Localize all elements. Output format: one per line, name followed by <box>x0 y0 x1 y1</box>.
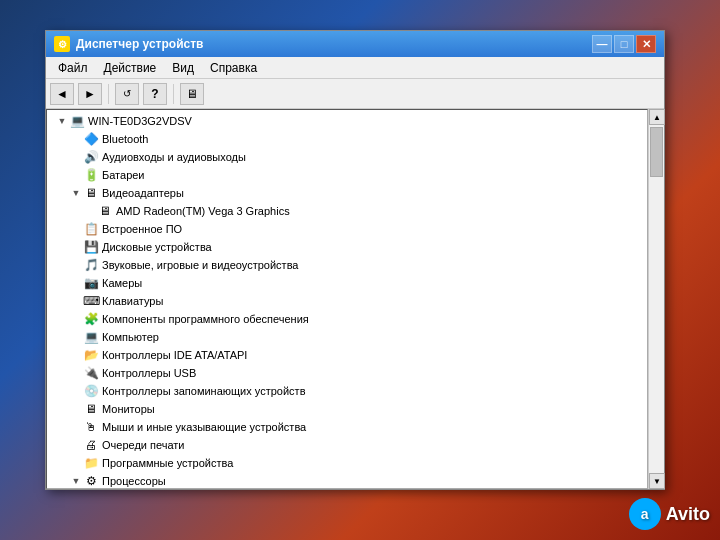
list-item[interactable]: ▼ ⚙ Процессоры <box>47 472 647 489</box>
root-expander[interactable]: ▼ <box>55 114 69 128</box>
scrollbar-track[interactable] <box>649 125 664 473</box>
toolbar: ◄ ► ↺ ? 🖥 <box>46 79 664 109</box>
list-item[interactable]: ▼ 🖥 Видеоадаптеры <box>47 184 647 202</box>
refresh-button[interactable]: ↺ <box>115 83 139 105</box>
list-item[interactable]: 📷 Камеры <box>47 274 647 292</box>
tree-root[interactable]: ▼ 💻 WIN-TE0D3G2VDSV <box>47 112 647 130</box>
list-item[interactable]: 🔊 Аудиовходы и аудиовыходы <box>47 148 647 166</box>
menu-view[interactable]: Вид <box>164 59 202 77</box>
list-item[interactable]: 🎵 Звуковые, игровые и видеоустройства <box>47 256 647 274</box>
scrollbar[interactable]: ▲ ▼ <box>648 109 664 489</box>
back-button[interactable]: ◄ <box>50 83 74 105</box>
root-label: WIN-TE0D3G2VDSV <box>88 115 192 127</box>
list-item[interactable]: 🖥 Мониторы <box>47 400 647 418</box>
list-item[interactable]: 📂 Контроллеры IDE ATA/ATAPI <box>47 346 647 364</box>
device-manager-window: ⚙ Диспетчер устройств — □ ✕ Файл Действи… <box>45 30 665 490</box>
maximize-button[interactable]: □ <box>614 35 634 53</box>
scroll-up-button[interactable]: ▲ <box>649 109 665 125</box>
list-item[interactable]: 🧩 Компоненты программного обеспечения <box>47 310 647 328</box>
help-button[interactable]: ? <box>143 83 167 105</box>
list-item[interactable]: ⌨ Клавиатуры <box>47 292 647 310</box>
menu-action[interactable]: Действие <box>96 59 165 77</box>
window-icon: ⚙ <box>54 36 70 52</box>
avito-logo: a <box>629 498 661 530</box>
computer-icon: 💻 <box>69 113 85 129</box>
titlebar: ⚙ Диспетчер устройств — □ ✕ <box>46 31 664 57</box>
list-item[interactable]: 🖨 Очереди печати <box>47 436 647 454</box>
list-item[interactable]: 💾 Дисковые устройства <box>47 238 647 256</box>
toolbar-separator-2 <box>173 84 174 104</box>
avito-text: Avito <box>666 504 710 525</box>
toolbar-separator <box>108 84 109 104</box>
list-item[interactable]: 🖱 Мыши и иные указывающие устройства <box>47 418 647 436</box>
minimize-button[interactable]: — <box>592 35 612 53</box>
device-tree[interactable]: ▼ 💻 WIN-TE0D3G2VDSV 🔷 Bluetooth 🔊 Аудиов… <box>46 109 648 489</box>
list-item[interactable]: 🔷 Bluetooth <box>47 130 647 148</box>
list-item[interactable]: 💿 Контроллеры запоминающих устройств <box>47 382 647 400</box>
menu-help[interactable]: Справка <box>202 59 265 77</box>
list-item[interactable]: 📁 Программные устройства <box>47 454 647 472</box>
list-item[interactable]: 📋 Встроенное ПО <box>47 220 647 238</box>
titlebar-controls: — □ ✕ <box>592 35 656 53</box>
content-area: ▼ 💻 WIN-TE0D3G2VDSV 🔷 Bluetooth 🔊 Аудиов… <box>46 109 664 489</box>
scroll-down-button[interactable]: ▼ <box>649 473 665 489</box>
close-button[interactable]: ✕ <box>636 35 656 53</box>
forward-button[interactable]: ► <box>78 83 102 105</box>
window-title: Диспетчер устройств <box>76 37 592 51</box>
avito-watermark: a Avito <box>629 498 710 530</box>
properties-button[interactable]: 🖥 <box>180 83 204 105</box>
menubar: Файл Действие Вид Справка <box>46 57 664 79</box>
desktop: ⚙ Диспетчер устройств — □ ✕ Файл Действи… <box>0 0 720 540</box>
list-item[interactable]: 💻 Компьютер <box>47 328 647 346</box>
menu-file[interactable]: Файл <box>50 59 96 77</box>
list-item[interactable]: 🔌 Контроллеры USB <box>47 364 647 382</box>
scrollbar-thumb[interactable] <box>650 127 663 177</box>
list-item[interactable]: 🖥 AMD Radeon(TM) Vega 3 Graphics <box>47 202 647 220</box>
list-item[interactable]: 🔋 Батареи <box>47 166 647 184</box>
